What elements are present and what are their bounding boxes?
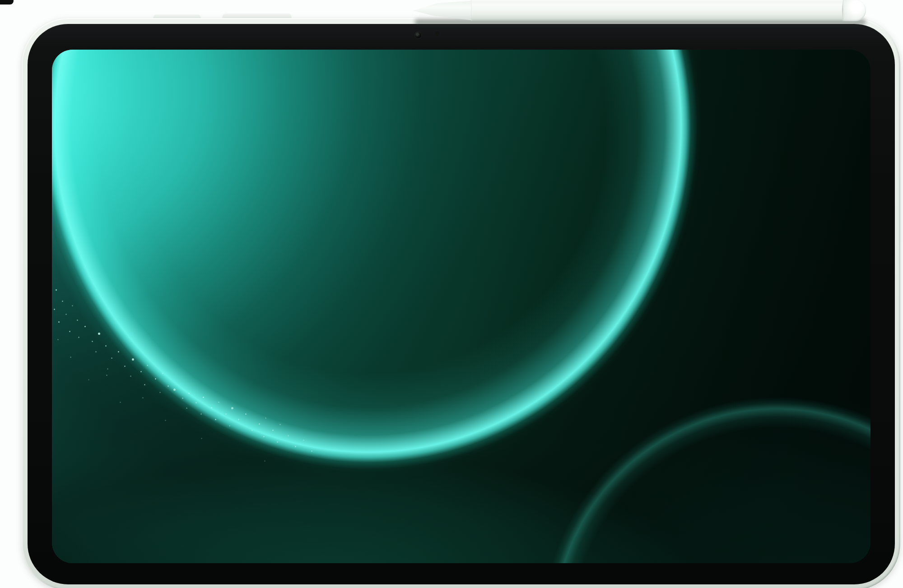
stylus-cap xyxy=(843,0,866,21)
light-sensor-dot xyxy=(435,32,439,36)
stylus-tip xyxy=(413,0,475,21)
stylus-body xyxy=(471,0,843,21)
stylus-pen xyxy=(413,0,866,22)
front-camera-dot xyxy=(415,32,421,38)
product-photo-stage xyxy=(0,0,903,588)
photo-corner-sliver xyxy=(0,0,14,5)
wallpaper-gradient xyxy=(52,50,870,563)
tablet-screen xyxy=(52,50,870,563)
